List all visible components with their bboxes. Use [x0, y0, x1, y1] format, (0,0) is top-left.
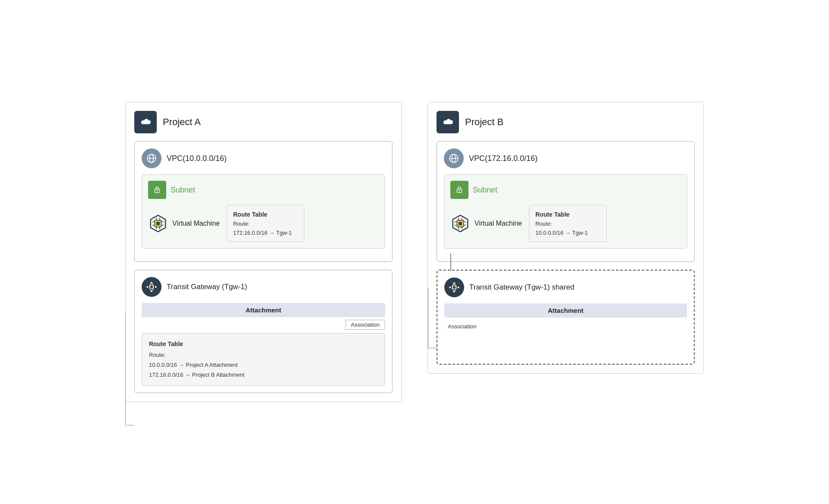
tgw-a-icon	[142, 277, 161, 297]
association-a-tag: Association	[345, 320, 385, 330]
project-b-title: Project B	[465, 117, 503, 128]
svg-point-19	[146, 286, 148, 288]
tgw-a-title: Transit Gateway (Tgw-1)	[167, 283, 247, 291]
subnet-b-box: Subnet	[444, 174, 687, 249]
project-b-header: Project B	[437, 111, 695, 133]
vpc-a-header: VPC(10.0.0.0/16)	[142, 148, 385, 168]
project-a-header: Project A	[134, 111, 392, 133]
vpc-b-title: VPC(172.16.0.0/16)	[469, 154, 538, 163]
svg-point-25	[459, 190, 460, 192]
svg-point-38	[453, 283, 455, 284]
rt-a-large-route-0: 10.0.0.0/16 → Project A Attachment	[149, 360, 378, 370]
diagram-container: Project A VPC(10.0.0.0/16)	[108, 85, 721, 419]
connector-line-a	[125, 313, 134, 425]
subnet-a-content: Virtual Machine Route Table Route: 172.1…	[148, 205, 379, 242]
svg-point-20	[155, 286, 157, 288]
vm-b-item: Virtual Machine	[450, 214, 522, 233]
svg-point-17	[151, 282, 152, 284]
association-a-row: Association	[142, 320, 385, 330]
subnet-b-header: Subnet	[450, 181, 681, 199]
tgw-b-box: Transit Gateway (Tgw-1) shared Attachmen…	[437, 270, 695, 365]
rt-a-large-route-1: 172.16.0.0/16 → Project B Attachment	[149, 370, 378, 380]
vm-a-title: Virtual Machine	[172, 220, 220, 227]
svg-rect-28	[459, 222, 462, 225]
vpc-a-icon	[142, 148, 161, 168]
subnet-b-content: Virtual Machine Route Table Route: 10.0.…	[450, 205, 681, 242]
svg-point-18	[151, 290, 152, 292]
project-a-icon	[134, 111, 157, 133]
subnet-a-header: Subnet	[148, 181, 379, 199]
attachment-b-bar: Attachment	[444, 303, 687, 318]
subnet-a-title: Subnet	[171, 186, 195, 195]
svg-point-16	[150, 285, 153, 289]
vpc-a-box: VPC(10.0.0.0/16) Subnet	[134, 141, 392, 262]
association-b-row: Association	[444, 322, 687, 331]
vm-b-icon	[450, 214, 470, 233]
tgw-b-header: Transit Gateway (Tgw-1) shared	[444, 277, 687, 297]
route-table-a-large: Route Table Route: 10.0.0.0/16 → Project…	[142, 333, 385, 385]
route-table-b-small: Route Table Route: 10.0.0.0/16 → Tgw-1	[529, 205, 607, 242]
svg-point-39	[453, 291, 455, 293]
svg-point-41	[458, 287, 459, 288]
tgw-b-icon	[444, 277, 464, 297]
project-b-icon	[437, 111, 459, 133]
rt-b-small-title: Route Table	[535, 210, 600, 219]
project-a-box: Project A VPC(10.0.0.0/16)	[125, 102, 402, 402]
rt-b-small-route-0: 10.0.0.0/16 → Tgw-1	[535, 229, 600, 238]
svg-point-40	[449, 287, 451, 288]
connector-line-b-vert	[450, 253, 451, 271]
vm-b-title: Virtual Machine	[475, 220, 522, 227]
rt-a-large-title: Route Table	[149, 339, 378, 350]
tgw-b-title: Transit Gateway (Tgw-1) shared	[469, 283, 574, 292]
subnet-b-icon	[450, 181, 468, 199]
vm-a-item: Virtual Machine	[148, 214, 220, 233]
project-b-box: Project B VPC(172.16.0.0/16)	[427, 102, 704, 374]
vpc-a-title: VPC(10.0.0.0/16)	[167, 154, 227, 163]
subnet-a-icon	[148, 181, 166, 199]
svg-point-4	[157, 190, 158, 192]
association-b-tag: Association	[448, 322, 476, 331]
vm-a-icon	[148, 214, 168, 233]
route-table-a-small: Route Table Route: 172.16.0.0/16 → Tgw-1	[227, 205, 304, 242]
rt-a-small-route-label: Route:	[233, 220, 298, 229]
subnet-a-box: Subnet	[142, 174, 385, 249]
tgw-b-spacer	[444, 331, 687, 357]
rt-a-small-title: Route Table	[233, 210, 298, 219]
tgw-a-header: Transit Gateway (Tgw-1)	[142, 277, 385, 297]
svg-rect-7	[156, 222, 160, 225]
project-a-title: Project A	[163, 117, 201, 128]
rt-a-small-route-0: 172.16.0.0/16 → Tgw-1	[233, 229, 298, 238]
vpc-b-icon	[444, 148, 464, 168]
rt-b-small-route-label: Route:	[535, 220, 600, 229]
attachment-a-bar: Attachment	[142, 303, 385, 317]
vpc-b-box: VPC(172.16.0.0/16) Subnet	[437, 141, 695, 262]
svg-point-37	[452, 286, 456, 289]
connector-line-b-left	[428, 288, 437, 348]
tgw-a-box: Transit Gateway (Tgw-1) Attachment Assoc…	[134, 270, 392, 393]
vpc-b-header: VPC(172.16.0.0/16)	[444, 148, 687, 168]
rt-a-large-route-label: Route:	[149, 350, 378, 360]
subnet-b-title: Subnet	[473, 186, 497, 195]
